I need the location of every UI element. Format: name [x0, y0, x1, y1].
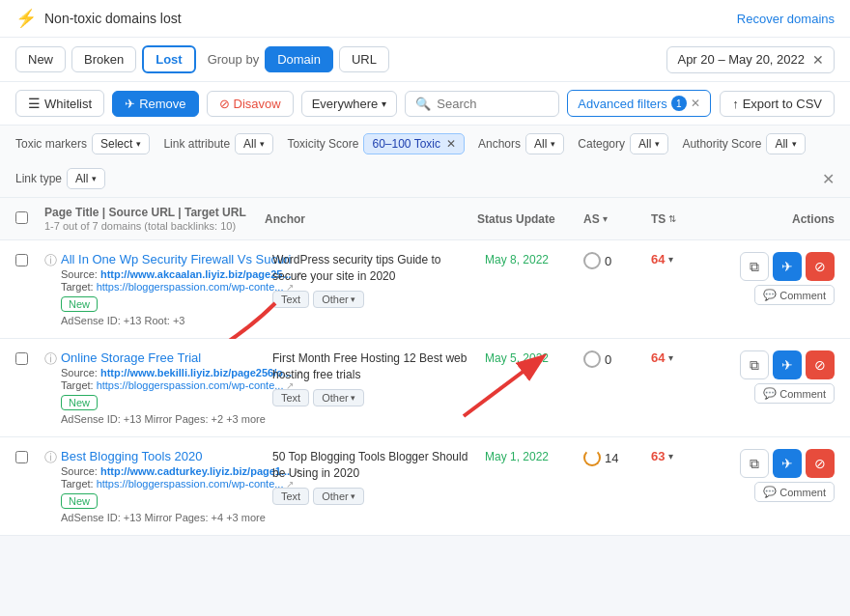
col-actions-label: Actions: [792, 212, 835, 226]
advanced-filters-close-icon[interactable]: ✕: [691, 97, 700, 110]
row1-ts-val: 64: [651, 252, 665, 266]
row1-target-link[interactable]: https://bloggerspassion.com/wp-conte...: [97, 281, 284, 293]
ts-chevron-icon3[interactable]: ▾: [668, 451, 673, 462]
chevron-down-icon: ▾: [136, 139, 141, 149]
col-anchor-row1: WordPress security tips Guide to secure …: [265, 252, 477, 308]
row3-status-date: May 1, 2022: [485, 450, 549, 463]
sub-filter-category: Category All ▾: [578, 133, 668, 154]
chevron-down-icon: ▾: [551, 139, 555, 149]
select-all-checkbox[interactable]: [15, 211, 28, 224]
row2-anchor-tags: Text Other ▾: [272, 389, 477, 406]
row2-as-val: 0: [605, 352, 611, 367]
authority-score-select[interactable]: All ▾: [766, 133, 805, 154]
toxicity-score-close-icon[interactable]: ✕: [446, 137, 456, 151]
source-label: Source:: [61, 268, 98, 280]
sub-filter-toxic-markers: Toxic markers Select ▾: [15, 133, 150, 154]
ts-chevron-icon[interactable]: ▾: [668, 254, 673, 265]
col-actions-header: Actions: [719, 211, 835, 226]
col-ts-header[interactable]: TS ⇅: [651, 212, 719, 226]
btn-whitelist[interactable]: ☰ Whitelist: [15, 90, 104, 117]
link-type-select[interactable]: All ▾: [67, 168, 105, 189]
export-csv-btn[interactable]: ↑ Export to CSV: [720, 91, 835, 117]
row3-target-link[interactable]: https://bloggerspassion.com/wp-conte...: [97, 478, 284, 490]
row3-comment-btn[interactable]: 💬 Comment: [754, 482, 835, 502]
chevron-down-icon: ▾: [92, 174, 97, 183]
comment-icon: 💬: [763, 289, 777, 301]
row1-checkbox[interactable]: [15, 254, 28, 266]
row2-source-link[interactable]: http://www.bekilli.liyiz.biz/page256/o..…: [100, 367, 292, 378]
btn-new[interactable]: New: [15, 46, 66, 72]
row3-send-btn[interactable]: ✈: [773, 449, 802, 478]
btn-broken[interactable]: Broken: [71, 46, 136, 72]
link-attribute-label: Link attribute: [163, 137, 230, 151]
toxic-markers-select[interactable]: Select ▾: [92, 133, 150, 154]
chevron-down-icon: ▾: [792, 139, 797, 149]
col-check-header[interactable]: [15, 211, 44, 227]
col-anchor-header: Anchor: [265, 211, 477, 226]
row1-copy-btn[interactable]: ⧉: [740, 252, 769, 281]
sort-as-icon: ▾: [603, 213, 608, 224]
anchors-select[interactable]: All ▾: [525, 133, 564, 154]
search-box: 🔍: [405, 91, 559, 117]
search-icon: 🔍: [415, 97, 431, 111]
col-status-row2: May 5, 2022: [477, 350, 583, 365]
row2-tag-text[interactable]: Text: [272, 389, 309, 406]
col-check-row3[interactable]: [15, 449, 44, 466]
row1-tag-text[interactable]: Text: [272, 291, 309, 308]
row1-status-date: May 8, 2022: [485, 253, 549, 266]
btn-lost[interactable]: Lost: [142, 45, 195, 73]
row1-source-link[interactable]: http://www.akcaalan.liyiz.biz/page25...: [100, 268, 292, 280]
info-circle-icon: ⓘ: [44, 252, 57, 269]
category-select[interactable]: All ▾: [630, 133, 668, 154]
row2-copy-btn[interactable]: ⧉: [740, 350, 769, 379]
row2-comment-btn[interactable]: 💬 Comment: [754, 383, 835, 404]
advanced-filters-btn[interactable]: Advanced filters 1 ✕: [567, 90, 711, 117]
row1-tag-other[interactable]: Other ▾: [313, 291, 364, 308]
col-check-row1[interactable]: [15, 252, 44, 269]
table-row-3: ⓘ Best Blogging Tools 2020 Source: http:…: [0, 437, 850, 536]
search-input[interactable]: [437, 97, 549, 111]
row3-source-link[interactable]: http://www.cadturkey.liyiz.biz/page1...: [100, 465, 290, 477]
row2-new-tag: New: [61, 395, 98, 410]
whitelist-label: Whitelist: [44, 97, 92, 111]
row1-disavow-btn[interactable]: ⊘: [806, 252, 835, 281]
btn-remove[interactable]: ✈ Remove: [112, 91, 198, 117]
col-anchor-row3: 50 Top Blogging Tools Blogger Should be …: [265, 449, 477, 505]
row1-meta: AdSense ID: +13 Root: +3: [61, 315, 302, 326]
col-ts-row3: 63 ▾: [651, 449, 719, 463]
row3-copy-btn[interactable]: ⧉: [740, 449, 769, 478]
btn-disavow[interactable]: ⊘ Disavow: [207, 91, 294, 117]
row3-disavow-btn[interactable]: ⊘: [806, 449, 835, 478]
date-range-pill[interactable]: Apr 20 – May 20, 2022 ✕: [666, 46, 835, 73]
recover-domains-link[interactable]: Recover domains: [737, 12, 835, 26]
row2-disavow-btn[interactable]: ⊘: [806, 350, 835, 379]
row2-action-btns: ⧉ ✈ ⊘: [740, 350, 835, 379]
col-page-row2: ⓘ Online Storage Free Trial Source: http…: [44, 350, 265, 425]
row2-meta: AdSense ID: +13 Mirror Pages: +2 +3 more: [61, 413, 302, 425]
date-range-close-icon[interactable]: ✕: [812, 52, 824, 68]
col-as-header[interactable]: AS ▾: [583, 212, 651, 226]
row2-checkbox[interactable]: [15, 352, 28, 365]
anchors-label: Anchors: [478, 137, 521, 151]
sub-filter-close-icon[interactable]: ✕: [822, 170, 835, 188]
link-attribute-select[interactable]: All ▾: [235, 133, 273, 154]
tab-url[interactable]: URL: [339, 46, 389, 72]
as-circle-icon: [583, 252, 601, 269]
ts-chevron-icon2[interactable]: ▾: [668, 352, 673, 363]
row3-tag-text[interactable]: Text: [272, 488, 309, 505]
category-value: All: [638, 137, 651, 151]
row3-tag-other[interactable]: Other ▾: [313, 488, 364, 505]
row2-tag-other[interactable]: Other ▾: [313, 389, 364, 406]
row1-send-btn[interactable]: ✈: [773, 252, 802, 281]
everywhere-dropdown[interactable]: Everywhere ▾: [301, 91, 398, 117]
row3-anchor-tags: Text Other ▾: [272, 488, 477, 505]
row2-send-btn[interactable]: ✈: [773, 350, 802, 379]
row1-comment-btn[interactable]: 💬 Comment: [754, 285, 835, 305]
table-row: ⓘ All In One Wp Security Firewall Vs Suc…: [0, 240, 850, 339]
row2-target-link[interactable]: https://bloggerspassion.com/wp-conte...: [97, 379, 284, 391]
col-check-row2[interactable]: [15, 350, 44, 368]
row3-checkbox[interactable]: [15, 451, 28, 463]
row2-status-date: May 5, 2022: [485, 351, 549, 365]
target-label: Target:: [61, 281, 94, 293]
tab-domain[interactable]: Domain: [265, 46, 333, 72]
